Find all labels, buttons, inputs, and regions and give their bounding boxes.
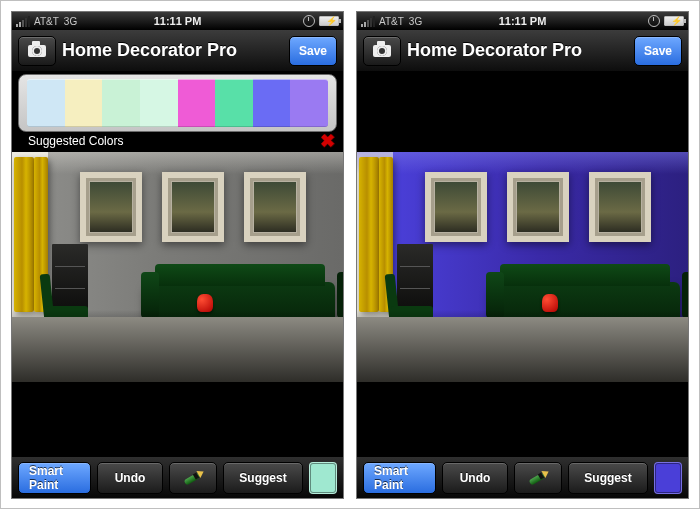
- color-swatch[interactable]: [65, 79, 103, 127]
- camera-icon: [373, 45, 391, 57]
- status-bar: AT&T 3G 11:11 PM ⚡: [357, 12, 688, 30]
- alarm-icon: [303, 15, 315, 27]
- curtain: [14, 157, 34, 312]
- color-swatch[interactable]: [102, 79, 140, 127]
- app-title: Home Decorator Pro: [62, 40, 283, 61]
- picture-frame: [589, 172, 651, 242]
- smart-paint-button[interactable]: Smart Paint: [18, 462, 91, 494]
- floor: [12, 310, 343, 382]
- phone-right: AT&T 3G 11:11 PM ⚡ Home Decorator Pro Sa…: [356, 11, 689, 499]
- screenshot-pair: AT&T 3G 11:11 PM ⚡ Home Decorator Pro Sa…: [0, 0, 700, 509]
- floor: [357, 310, 688, 382]
- curtain: [359, 157, 379, 312]
- content-area: Suggested Colors ✖: [12, 72, 343, 456]
- clock-label: 11:11 PM: [12, 15, 343, 27]
- battery-icon: ⚡: [319, 16, 339, 26]
- picture-frame: [244, 172, 306, 242]
- nav-bar: Home Decorator Pro Save: [12, 30, 343, 72]
- undo-button[interactable]: Undo: [442, 462, 508, 494]
- camera-button[interactable]: [18, 36, 56, 66]
- brush-icon: [182, 469, 204, 487]
- phone-left: AT&T 3G 11:11 PM ⚡ Home Decorator Pro Sa…: [11, 11, 344, 499]
- suggest-button[interactable]: Suggest: [223, 462, 303, 494]
- save-button[interactable]: Save: [289, 36, 337, 66]
- clock-label: 11:11 PM: [357, 15, 688, 27]
- picture-frame: [80, 172, 142, 242]
- picture-frame: [162, 172, 224, 242]
- color-swatch[interactable]: [215, 79, 253, 127]
- camera-button[interactable]: [363, 36, 401, 66]
- brush-button[interactable]: [514, 462, 562, 494]
- nav-bar: Home Decorator Pro Save: [357, 30, 688, 72]
- alarm-icon: [648, 15, 660, 27]
- color-swatch[interactable]: [27, 79, 65, 127]
- picture-frame: [507, 172, 569, 242]
- color-swatch[interactable]: [140, 79, 178, 127]
- selected-color-swatch[interactable]: [654, 462, 682, 494]
- smart-paint-button[interactable]: Smart Paint: [363, 462, 436, 494]
- camera-icon: [28, 45, 46, 57]
- close-icon[interactable]: ✖: [320, 134, 335, 148]
- undo-button[interactable]: Undo: [97, 462, 163, 494]
- brush-icon: [527, 469, 549, 487]
- save-button[interactable]: Save: [634, 36, 682, 66]
- picture-frame: [425, 172, 487, 242]
- color-palette: [18, 74, 337, 132]
- app-title: Home Decorator Pro: [407, 40, 628, 61]
- content-area: [357, 72, 688, 456]
- bottom-toolbar: Smart Paint Undo Suggest: [357, 456, 688, 498]
- suggest-button[interactable]: Suggest: [568, 462, 648, 494]
- selected-color-swatch[interactable]: [309, 462, 337, 494]
- palette-caption: Suggested Colors: [28, 134, 123, 148]
- battery-icon: ⚡: [664, 16, 684, 26]
- color-swatch[interactable]: [178, 79, 216, 127]
- room-photo[interactable]: [12, 152, 343, 382]
- bottom-toolbar: Smart Paint Undo Suggest: [12, 456, 343, 498]
- status-bar: AT&T 3G 11:11 PM ⚡: [12, 12, 343, 30]
- color-palette-panel: Suggested Colors ✖: [18, 74, 337, 148]
- room-photo[interactable]: [357, 152, 688, 382]
- color-swatch[interactable]: [290, 79, 328, 127]
- brush-button[interactable]: [169, 462, 217, 494]
- color-swatch[interactable]: [253, 79, 291, 127]
